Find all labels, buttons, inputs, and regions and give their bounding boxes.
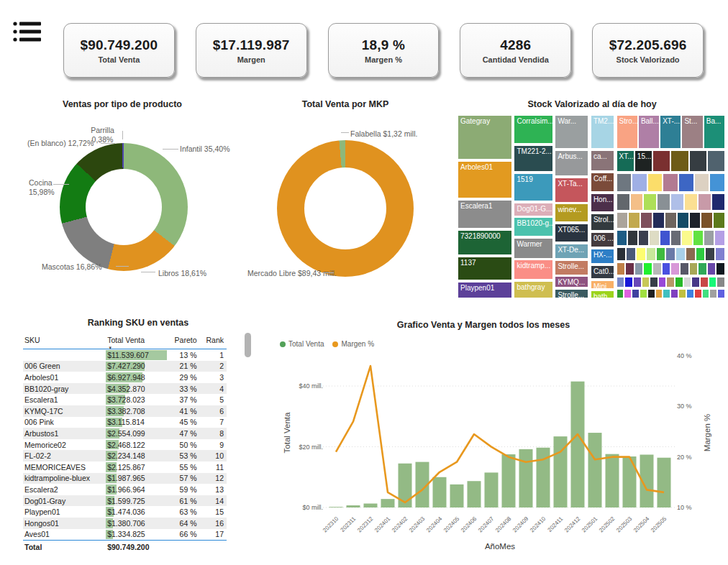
bar-202412[interactable] [571,382,585,507]
treemap-cell[interactable] [694,289,702,298]
treemap-cell[interactable] [658,277,667,288]
treemap-cell[interactable] [616,277,625,288]
treemap-cell-war[interactable]: War... [555,115,588,149]
treemap-cell-7321890000[interactable]: 7321890000 [458,230,512,255]
treemap-cell-coff[interactable]: Coff... [591,173,614,192]
treemap-cell[interactable] [642,277,650,288]
treemap-cell[interactable] [678,173,694,192]
list-menu-icon[interactable] [13,20,43,43]
treemap-cell-bathgray[interactable]: bathgray [514,281,552,298]
treemap-cell[interactable] [670,230,681,245]
treemap-cell-arboles01[interactable]: Arboles01 [458,161,512,198]
table-row[interactable]: KYMQ-17C$3.382.70841 %6 [23,405,227,417]
treemap-cell[interactable] [636,247,646,261]
treemap-cell-mini[interactable]: Mini... [591,280,614,289]
treemap-cell[interactable] [694,173,710,192]
table-row[interactable]: Memorice02$2.468.12250 %9 [23,439,227,451]
kpi-card-total-venta[interactable]: $90.749.200 Total Venta [63,23,175,78]
treemap-cell-tm2[interactable]: TM2... [591,115,614,149]
treemap-cell[interactable] [626,247,636,261]
treemap-cell[interactable] [616,212,629,229]
treemap-cell[interactable] [709,289,717,298]
table-row[interactable]: Escalera2$1.966.96459 %13 [23,484,227,495]
treemap-cell[interactable] [665,212,677,229]
treemap-cell[interactable] [616,289,624,298]
treemap-cell[interactable] [709,277,717,288]
treemap-cell-strolle[interactable]: Strolle... [555,260,588,275]
column-header-total-venta[interactable]: Total Venta ▼ [106,334,167,349]
treemap-cell-ball[interactable]: Ball... [638,115,660,149]
treemap-cell-arbus[interactable]: Arbus... [555,150,588,176]
treemap-cell[interactable] [713,212,725,229]
treemap-cell[interactable] [663,289,670,298]
treemap-cell[interactable] [705,247,715,261]
bar-202402[interactable] [399,464,412,507]
table-row[interactable]: $11.539.60713 %1 [23,349,227,361]
column-header-sku[interactable]: SKU [23,334,106,349]
table-row[interactable]: MEMORICEAVES$2.125.86755 %11 [23,461,227,473]
treemap-cell[interactable] [652,150,670,172]
treemap-cell-1137[interactable]: 1137 [458,257,512,280]
treemap-cell[interactable] [670,193,684,211]
treemap-cell[interactable] [670,262,680,275]
table-row[interactable]: 006 Pink$3.115.81445 %7 [23,417,227,428]
treemap-cell-winev[interactable]: winev... [555,203,588,222]
treemap-cell-warmer[interactable]: Warmer [514,238,552,259]
treemap-cell-xt[interactable]: XT... [616,150,634,172]
treemap-cell[interactable] [656,247,666,261]
kpi-card-margen[interactable]: $17.119.987 Margen [196,23,307,78]
treemap-cell[interactable] [633,277,642,288]
treemap-cell[interactable] [643,262,652,275]
treemap-cell[interactable] [632,173,647,192]
treemap-cell[interactable] [698,262,707,275]
treemap-cell-escalera1[interactable]: Escalera1 [458,200,512,229]
treemap-cell[interactable] [630,193,644,211]
treemap-cell[interactable] [693,230,704,245]
treemap-cell[interactable] [681,230,692,245]
bar-202408[interactable] [502,454,516,507]
treemap-cell-bath[interactable]: bath... [591,290,614,298]
treemap-cell[interactable] [711,193,725,211]
treemap-cell[interactable] [684,193,698,211]
treemap-cell-15[interactable]: 15... [634,150,652,172]
treemap-cell[interactable] [689,212,701,229]
bar-202311[interactable] [347,505,360,507]
treemap-cell-kidtramp[interactable]: kidtramp... [514,259,552,280]
treemap-cell-stro[interactable]: Stro... [616,115,638,149]
table-row[interactable]: Arboles01$6.927.94829 %3 [23,372,227,383]
treemap-cell[interactable] [650,277,658,288]
treemap-cell[interactable] [624,277,633,288]
bar-202401[interactable] [381,499,395,507]
treemap-cell[interactable] [677,212,689,229]
treemap-cell[interactable] [627,230,638,245]
treemap-cell[interactable] [632,289,640,298]
bar-202502[interactable] [606,454,619,507]
treemap-cell[interactable] [698,193,711,211]
treemap-cell[interactable] [660,230,670,245]
treemap-cell[interactable] [634,262,644,275]
treemap-cell[interactable] [707,150,725,172]
kpi-card-cantidad-vendida[interactable]: 4286 Cantidad Vendida [460,23,571,78]
bar-202404[interactable] [433,477,447,507]
treemap-cell-hx[interactable]: HX-... [591,249,614,264]
treemap-cell[interactable] [628,212,640,229]
table-row[interactable]: Escalera1$3.728.02337 %5 [23,394,227,405]
treemap-cell[interactable] [686,289,694,298]
treemap-cell-gategray[interactable]: Gategray [458,115,512,160]
treemap-cell-playpen01[interactable]: Playpen01 [458,282,512,298]
treemap-cell-xt065[interactable]: XT065... [555,224,588,242]
treemap-cell[interactable] [683,277,692,288]
table-row[interactable]: Hongos01$1.380.70664 %16 [23,518,227,529]
treemap-cell[interactable] [616,247,627,261]
treemap-cell[interactable] [717,289,725,298]
table-row[interactable]: FL-02-2$2.234.14853 %10 [23,450,227,461]
treemap-cell[interactable] [652,262,662,275]
treemap-cell[interactable] [647,289,655,298]
treemap-cell-xt-ta[interactable]: XT-Ta... [555,178,588,203]
treemap-cell-corralsim[interactable]: Corralsim... [514,115,552,144]
product-donut-ring[interactable] [60,143,188,271]
treemap-cell-strol[interactable]: Strol... [591,213,614,231]
mkp-donut-ring[interactable] [277,140,414,277]
treemap-cell-cat0[interactable]: Cat0... [591,265,614,279]
treemap-cell-xt[interactable]: XT-... [660,115,681,149]
